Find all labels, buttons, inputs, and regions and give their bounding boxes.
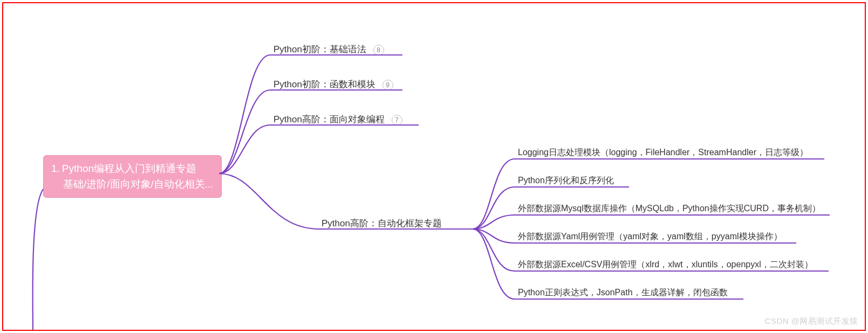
badge-icon: 7 [392,115,402,126]
leaf-yaml[interactable]: 外部数据源Yaml用例管理（yaml对象，yaml数组，pyyaml模块操作） [518,231,782,242]
badge-icon: 8 [373,45,384,56]
badge-icon: 9 [382,80,393,91]
watermark: CSDN @网易测试开发猿 [765,316,858,327]
leaf-excel[interactable]: 外部数据源Excel/CSV用例管理（xlrd，xlwt，xluntils，op… [518,259,813,270]
leaf-regex[interactable]: Python正则表达式，JsonPath，生成器详解，闭包函数 [518,287,728,299]
root-number: 1. [51,163,60,174]
diagram-frame: { "root": { "number": "1.", "line1": "Py… [2,2,866,331]
leaf-mysql[interactable]: 外部数据源Mysql数据库操作（MySQLdb，Python操作实现CURD，事… [518,203,821,214]
branch-oop[interactable]: Python高阶：面向对象编程 7 [274,113,402,126]
leaf-serialization[interactable]: Python序列化和反序列化 [518,175,614,186]
branch-basic-syntax[interactable]: Python初阶：基础语法 8 [274,43,384,56]
branch-automation[interactable]: Python高阶：自动化框架专题 [322,217,442,230]
root-line1: Python编程从入门到精通专题 [62,163,196,174]
leaf-logging[interactable]: Logging日志处理模块（logging，FileHandler，Stream… [518,147,808,158]
root-line2: 基础/进阶/面向对象/自动化相关... [63,178,214,190]
branch-functions-modules[interactable]: Python初阶：函数和模块 9 [274,78,393,91]
root-node[interactable]: 1.Python编程从入门到精通专题 基础/进阶/面向对象/自动化相关... [43,155,222,198]
